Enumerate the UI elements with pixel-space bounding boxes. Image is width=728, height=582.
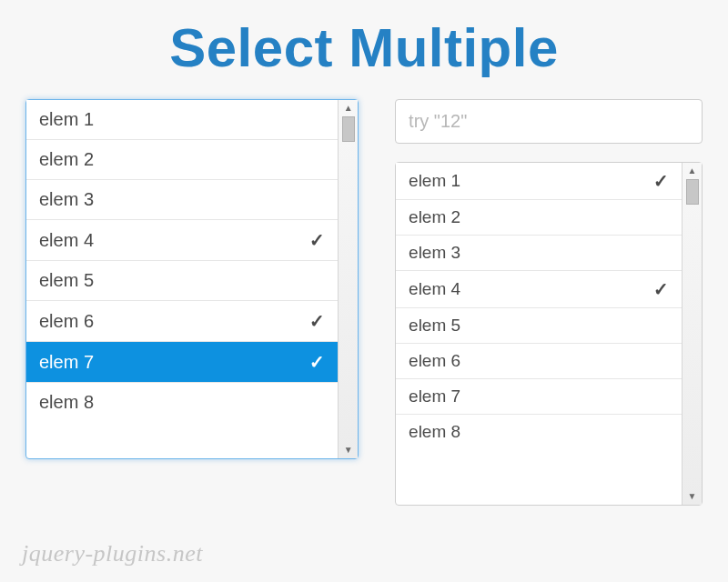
list-item[interactable]: elem 4✓ [396,271,682,308]
watermark-text: jquery-plugins.net [22,540,203,567]
scrollbar-track[interactable] [684,177,700,490]
item-label: elem 4 [409,279,460,299]
list-item[interactable]: elem 3 [396,236,682,271]
list-item[interactable]: elem 6 [396,344,682,379]
list-item[interactable]: elem 1 [26,100,338,140]
scroll-up-icon[interactable]: ▲ [344,104,353,113]
list-item[interactable]: elem 8 [26,383,338,422]
check-icon: ✓ [653,278,669,300]
list-item[interactable]: elem 2 [26,140,338,180]
item-label: elem 6 [409,351,460,371]
item-label: elem 3 [409,243,460,263]
item-label: elem 1 [39,109,94,130]
check-icon: ✓ [309,310,325,332]
list-item[interactable]: elem 8 [396,415,682,449]
right-multiselect[interactable]: elem 1✓ elem 2 elem 3 elem 4✓ elem 5 ele… [395,162,703,506]
list-item[interactable]: elem 7✓ [26,342,338,383]
right-list: elem 1✓ elem 2 elem 3 elem 4✓ elem 5 ele… [396,163,682,505]
item-label: elem 1 [409,171,460,191]
item-label: elem 2 [39,149,94,170]
scrollbar-track[interactable] [340,115,356,444]
list-item[interactable]: elem 4✓ [26,220,338,261]
item-label: elem 5 [39,270,94,291]
scrollbar-thumb[interactable] [686,179,699,205]
scroll-down-icon[interactable]: ▼ [688,492,697,501]
item-label: elem 7 [39,352,94,373]
item-label: elem 6 [39,311,94,332]
list-item[interactable]: elem 2 [396,200,682,236]
scrollbar[interactable]: ▲ ▼ [338,100,358,458]
list-item[interactable]: elem 5 [26,261,338,301]
item-label: elem 5 [409,316,460,336]
item-label: elem 2 [409,207,460,227]
list-item[interactable]: elem 6✓ [26,301,338,342]
item-label: elem 8 [409,422,460,442]
check-icon: ✓ [309,351,325,373]
scrollbar[interactable]: ▲ ▼ [682,163,702,505]
list-item[interactable]: elem 3 [26,180,338,220]
left-multiselect[interactable]: elem 1 elem 2 elem 3 elem 4✓ elem 5 elem… [25,99,359,459]
list-item[interactable]: elem 7 [396,379,682,415]
item-label: elem 8 [39,392,94,413]
item-label: elem 3 [39,189,94,210]
scrollbar-thumb[interactable] [342,116,355,142]
check-icon: ✓ [653,170,669,192]
list-item[interactable]: elem 1✓ [396,163,682,200]
page-title: Select Multiple [0,0,728,99]
search-input[interactable]: try "12" [395,99,703,144]
item-label: elem 7 [409,386,460,406]
scroll-down-icon[interactable]: ▼ [344,446,353,455]
item-label: elem 4 [39,230,94,251]
left-list: elem 1 elem 2 elem 3 elem 4✓ elem 5 elem… [26,100,338,458]
scroll-up-icon[interactable]: ▲ [688,166,697,176]
check-icon: ✓ [309,229,325,251]
list-item[interactable]: elem 5 [396,308,682,344]
